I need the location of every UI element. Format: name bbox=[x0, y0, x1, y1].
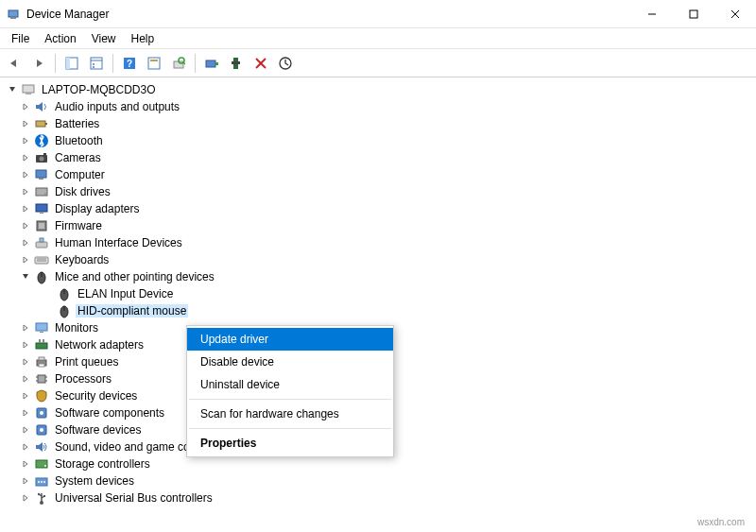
show-hide-tree-button[interactable] bbox=[61, 53, 82, 74]
expander-icon[interactable] bbox=[19, 440, 32, 454]
tree-category-hid[interactable]: Human Interface Devices bbox=[0, 234, 756, 251]
menu-help[interactable]: Help bbox=[124, 30, 163, 47]
titlebar: Device Manager bbox=[0, 0, 756, 28]
svg-rect-38 bbox=[36, 204, 47, 212]
expander-icon[interactable] bbox=[19, 202, 32, 215]
tree-category-battery[interactable]: Batteries bbox=[0, 115, 756, 132]
context-menu-item[interactable]: Scan for hardware changes bbox=[187, 403, 393, 425]
tree-node-label: Software devices bbox=[53, 423, 143, 437]
tree-node-label: Human Interface Devices bbox=[53, 236, 184, 249]
tree-device[interactable]: ELAN Input Device bbox=[0, 285, 756, 302]
svg-rect-8 bbox=[91, 58, 102, 69]
expander-icon[interactable] bbox=[19, 321, 32, 335]
svg-rect-1 bbox=[10, 17, 16, 19]
expander-icon[interactable] bbox=[19, 151, 32, 164]
firmware-icon bbox=[34, 218, 49, 233]
tree-category-firmware[interactable]: Firmware bbox=[0, 217, 756, 234]
tree-category-display[interactable]: Display adapters bbox=[0, 200, 756, 217]
svg-rect-56 bbox=[39, 339, 41, 343]
expander-icon[interactable] bbox=[19, 253, 32, 266]
expander-icon[interactable] bbox=[19, 406, 32, 420]
expander-icon[interactable] bbox=[19, 355, 32, 369]
action-button[interactable] bbox=[144, 53, 164, 74]
expander-icon[interactable] bbox=[19, 270, 32, 283]
toolbar-separator bbox=[112, 54, 113, 73]
tree-node-label: Monitors bbox=[53, 321, 100, 335]
security-icon bbox=[34, 388, 49, 403]
tree-category-bluetooth[interactable]: Bluetooth bbox=[0, 132, 756, 149]
close-button[interactable] bbox=[714, 0, 756, 27]
context-menu-item[interactable]: Update driver bbox=[187, 328, 393, 351]
menu-action[interactable]: Action bbox=[37, 30, 83, 47]
tree-category-system[interactable]: System devices bbox=[0, 472, 756, 489]
tree-category-disk[interactable]: Disk drives bbox=[0, 183, 756, 200]
tree-root[interactable]: LAPTOP-MQBCDD3O bbox=[0, 81, 756, 98]
context-menu-item[interactable]: Properties bbox=[187, 432, 393, 455]
expander-icon[interactable] bbox=[19, 219, 32, 232]
svg-point-78 bbox=[38, 493, 40, 495]
menubar: File Action View Help bbox=[0, 28, 756, 49]
tree-device[interactable]: HID-compliant mouse bbox=[0, 302, 756, 319]
forward-button[interactable] bbox=[28, 53, 49, 74]
svg-rect-61 bbox=[38, 375, 45, 383]
enable-button[interactable] bbox=[275, 53, 296, 74]
svg-point-67 bbox=[40, 411, 43, 415]
uninstall-button[interactable] bbox=[226, 53, 247, 74]
expander-icon[interactable] bbox=[19, 423, 32, 437]
svg-rect-35 bbox=[39, 178, 43, 180]
expander-icon[interactable] bbox=[19, 185, 32, 198]
menu-view[interactable]: View bbox=[84, 30, 124, 47]
scan-button[interactable] bbox=[168, 53, 189, 74]
context-menu-separator bbox=[189, 428, 391, 429]
svg-rect-26 bbox=[23, 85, 34, 93]
properties-button[interactable] bbox=[86, 53, 107, 74]
mouse-icon bbox=[34, 269, 49, 284]
back-button[interactable] bbox=[4, 53, 25, 74]
tree-node-label: Disk drives bbox=[53, 185, 112, 198]
tree-category-computer[interactable]: Computer bbox=[0, 166, 756, 183]
help-button[interactable]: ? bbox=[119, 53, 140, 74]
svg-rect-27 bbox=[26, 93, 31, 94]
tree-category-usb[interactable]: Universal Serial Bus controllers bbox=[0, 489, 756, 506]
svg-rect-7 bbox=[66, 58, 70, 69]
tree-category-mouse[interactable]: Mice and other pointing devices bbox=[0, 268, 756, 285]
expander-icon[interactable] bbox=[6, 83, 19, 96]
svg-point-73 bbox=[38, 481, 40, 483]
expander-icon[interactable] bbox=[19, 100, 32, 113]
expander-icon[interactable] bbox=[19, 168, 32, 181]
disk-icon bbox=[34, 184, 49, 199]
tree-category-camera[interactable]: Cameras bbox=[0, 149, 756, 166]
menu-file[interactable]: File bbox=[4, 30, 37, 47]
window-title: Device Manager bbox=[26, 8, 631, 21]
tree-category-keyboard[interactable]: Keyboards bbox=[0, 251, 756, 268]
svg-point-32 bbox=[40, 157, 44, 162]
svg-point-75 bbox=[43, 481, 45, 483]
toolbar-separator bbox=[195, 54, 196, 73]
maximize-button[interactable] bbox=[673, 0, 714, 27]
expander-icon[interactable] bbox=[19, 372, 32, 386]
expander-icon[interactable] bbox=[42, 287, 55, 300]
tree-node-label: Universal Serial Bus controllers bbox=[53, 491, 215, 505]
expander-icon[interactable] bbox=[42, 304, 55, 317]
tree-category-storage[interactable]: Storage controllers bbox=[0, 455, 756, 472]
expander-icon[interactable] bbox=[19, 117, 32, 130]
expander-icon[interactable] bbox=[19, 134, 32, 147]
expander-icon[interactable] bbox=[19, 338, 32, 352]
expander-icon[interactable] bbox=[19, 491, 32, 505]
expander-icon[interactable] bbox=[19, 236, 32, 249]
context-menu-item[interactable]: Uninstall device bbox=[187, 373, 393, 396]
expander-icon[interactable] bbox=[19, 457, 32, 471]
tree-category-audio[interactable]: Audio inputs and outputs bbox=[0, 98, 756, 115]
tree-node-label: Software components bbox=[53, 406, 166, 420]
update-driver-button[interactable] bbox=[201, 53, 222, 74]
audio-icon bbox=[34, 99, 49, 114]
svg-rect-43 bbox=[40, 238, 43, 242]
minimize-button[interactable] bbox=[631, 0, 673, 27]
disable-button[interactable] bbox=[250, 53, 271, 74]
expander-icon[interactable] bbox=[19, 389, 32, 403]
context-menu-item[interactable]: Disable device bbox=[187, 351, 393, 373]
expander-icon[interactable] bbox=[19, 474, 32, 488]
tree-node-label: Firmware bbox=[53, 219, 104, 232]
svg-rect-22 bbox=[232, 61, 240, 64]
context-menu-separator bbox=[189, 399, 391, 400]
